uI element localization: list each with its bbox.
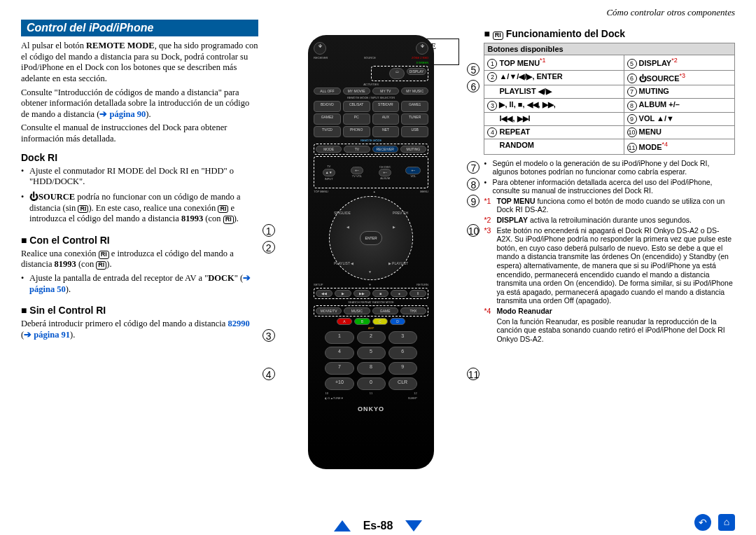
- page-ref-90[interactable]: ➔ página 90: [99, 109, 146, 119]
- sin-control-text: Deberá introducir primero el código del …: [21, 319, 258, 340]
- heading-dock-ri: Dock RI: [21, 152, 258, 163]
- note-bullet: •Según el modelo o la generación de su i…: [484, 159, 735, 176]
- available-buttons-table: Botones disponibles 1TOP MENU*15DISPLAY*…: [484, 43, 735, 155]
- prev-page-button[interactable]: [334, 520, 351, 531]
- section-title: Control del iPod/iPhone: [21, 20, 258, 36]
- con-control-text: Realice una conexión RI e introduzca el …: [21, 249, 258, 270]
- column-right: ■ RI Funcionamiento del Dock Botones dis…: [484, 0, 735, 469]
- page-footer: Es-88: [0, 520, 756, 532]
- intro-p2: Consulte "Introducción de códigos de man…: [21, 88, 258, 120]
- heading-con-control: Con el Control RI: [21, 235, 258, 246]
- table-header: Botones disponibles: [484, 43, 735, 55]
- note-bullet: •Para obtener información detallada acer…: [484, 178, 735, 195]
- con-control-bullet: • Ajuste la pantalla de entrada del rece…: [21, 273, 258, 298]
- footnote: Con la función Reanudar, es posible rean…: [484, 317, 735, 344]
- intro-p1: Al pulsar el botón REMOTE MODE, que ha s…: [21, 41, 258, 85]
- back-icon[interactable]: ↶: [694, 514, 711, 531]
- bullet-source-note: • ⏻SOURCE podría no funcionar con un cód…: [21, 192, 258, 228]
- next-page-button[interactable]: [405, 520, 422, 531]
- footnote: *3Este botón no encenderá ni apagará el …: [484, 226, 735, 305]
- footnote: *1TOP MENU funciona como el botón de mod…: [484, 197, 735, 214]
- intro-p3: Consulte el manual de instrucciones del …: [21, 123, 258, 144]
- home-icon[interactable]: ⌂: [718, 514, 735, 531]
- heading-dock-func: ■ RI Funcionamiento del Dock: [484, 28, 735, 40]
- footnote: *4Modo Reanudar: [484, 307, 735, 316]
- column-middle: 1 2 3 4 5 6 7 8 9 10 11 ⏻ ⏻ RECEIVERSOUR…: [267, 0, 476, 469]
- bullet-ri-mode: •Ajuste el conmutador RI MODE del Dock R…: [21, 166, 258, 190]
- footnote: *2DISPLAY activa la retroiluminación dur…: [484, 216, 735, 225]
- page-ref-91[interactable]: ➔ página 91: [24, 330, 70, 340]
- heading-sin-control: Sin el Control RI: [21, 305, 258, 316]
- running-header: Cómo controlar otros componentes: [606, 7, 735, 18]
- page-number: Es-88: [363, 520, 393, 532]
- remote-control-illustration: ⏻ ⏻ RECEIVERSOURCEZONE 2 RED 3 GREEN ▭ D…: [308, 35, 434, 469]
- brand-logo: ONKYO: [358, 405, 384, 412]
- column-left: Control del iPod/iPhone Al pulsar el bot…: [21, 0, 258, 469]
